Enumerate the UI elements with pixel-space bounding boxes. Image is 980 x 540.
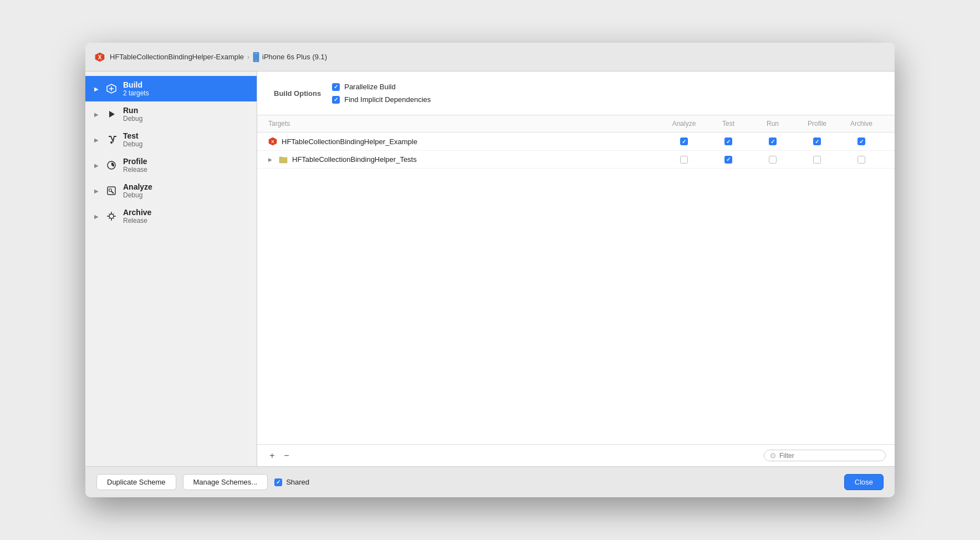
parallelize-label: Parallelize Build bbox=[344, 83, 396, 91]
shared-label: Shared bbox=[286, 478, 309, 486]
right-panel: Build Options Parallelize Build Find Imp… bbox=[257, 72, 895, 466]
profile-title: Profile bbox=[123, 157, 147, 166]
analyze-check-1[interactable] bbox=[662, 156, 706, 164]
manage-schemes-button[interactable]: Manage Schemes... bbox=[183, 474, 268, 490]
archive-arrow: ▶ bbox=[94, 213, 99, 220]
archive-subtitle: Release bbox=[123, 217, 151, 225]
table-header: Targets Analyze Test Run Profile Archive bbox=[257, 115, 895, 133]
analyze-arrow: ▶ bbox=[94, 188, 99, 194]
analyze-check-0[interactable] bbox=[662, 137, 706, 145]
table-row: X HFTableCollectionBindingHelper_Example bbox=[257, 133, 895, 151]
shared-checkbox[interactable] bbox=[274, 478, 282, 486]
filter-input-wrap: ⊙ bbox=[764, 450, 886, 461]
implicit-checkbox[interactable] bbox=[332, 96, 340, 104]
parallelize-row: Parallelize Build bbox=[332, 83, 431, 91]
svg-marker-8 bbox=[109, 111, 115, 118]
device-label: iPhone 6s Plus (9.1) bbox=[253, 52, 327, 62]
run-check-1[interactable] bbox=[751, 156, 795, 164]
test-check-1[interactable] bbox=[706, 156, 751, 164]
archive-check-0[interactable] bbox=[839, 137, 884, 145]
run-subtitle: Debug bbox=[123, 115, 142, 123]
target-name-label-1: HFTableCollectionBindingHelper_Tests bbox=[292, 155, 417, 164]
test-arrow: ▶ bbox=[94, 137, 99, 143]
build-text: Build 2 targets bbox=[123, 80, 149, 97]
implicit-row: Find Implicit Dependencies bbox=[332, 95, 431, 104]
run-text: Run Debug bbox=[123, 106, 142, 123]
archive-check-1[interactable] bbox=[839, 156, 884, 164]
sidebar-item-build[interactable]: ▶ Build 2 targets bbox=[85, 76, 257, 101]
sidebar-item-analyze[interactable]: ▶ Analyze Debug bbox=[85, 178, 257, 203]
col-test: Test bbox=[706, 120, 751, 128]
filter-input[interactable] bbox=[779, 452, 880, 460]
archive-text: Archive Release bbox=[123, 208, 151, 225]
build-options-section: Build Options Parallelize Build Find Imp… bbox=[257, 72, 895, 115]
duplicate-scheme-button[interactable]: Duplicate Scheme bbox=[96, 474, 176, 490]
svg-rect-4 bbox=[256, 60, 257, 62]
project-name: HFTableCollectionBindingHelper-Example bbox=[110, 53, 244, 61]
phone-icon bbox=[253, 52, 259, 62]
run-arrow: ▶ bbox=[94, 111, 99, 118]
folder-icon bbox=[279, 156, 288, 164]
profile-icon bbox=[105, 159, 118, 171]
run-icon bbox=[105, 108, 118, 120]
target-name-0: X HFTableCollectionBindingHelper_Example bbox=[268, 137, 662, 146]
svg-text:X: X bbox=[271, 139, 274, 144]
run-title: Run bbox=[123, 106, 142, 115]
analyze-icon bbox=[105, 185, 118, 197]
targets-table: Targets Analyze Test Run Profile Archive… bbox=[257, 115, 895, 444]
sidebar-item-profile[interactable]: ▶ Profile Release bbox=[85, 152, 257, 178]
parallelize-checkbox[interactable] bbox=[332, 83, 340, 91]
profile-text: Profile Release bbox=[123, 157, 147, 174]
sidebar-item-test[interactable]: ▶ Test Debug bbox=[85, 127, 257, 152]
xcode-icon: X bbox=[94, 52, 105, 63]
svg-point-12 bbox=[109, 189, 112, 192]
profile-arrow: ▶ bbox=[94, 162, 99, 169]
analyze-subtitle: Debug bbox=[123, 191, 152, 199]
test-icon bbox=[105, 134, 118, 146]
col-run: Run bbox=[751, 120, 795, 128]
build-title: Build bbox=[123, 80, 149, 89]
sidebar-item-archive[interactable]: ▶ Archive Release bbox=[85, 203, 257, 229]
app-icon: X bbox=[268, 137, 277, 146]
main-window: X HFTableCollectionBindingHelper-Example… bbox=[85, 43, 895, 497]
main-content: ▶ Build 2 targets ▶ bbox=[85, 72, 895, 466]
add-target-button[interactable]: + bbox=[266, 450, 278, 462]
col-targets: Targets bbox=[268, 120, 662, 128]
target-name-1: ▶ HFTableCollectionBindingHelper_Tests bbox=[268, 155, 662, 164]
title-bar: X HFTableCollectionBindingHelper-Example… bbox=[85, 43, 895, 72]
test-title: Test bbox=[123, 131, 142, 140]
bottom-bar: Duplicate Scheme Manage Schemes... Share… bbox=[85, 466, 895, 497]
profile-check-1[interactable] bbox=[795, 156, 839, 164]
remove-target-button[interactable]: − bbox=[280, 450, 293, 462]
row-expand-arrow[interactable]: ▶ bbox=[268, 157, 272, 162]
col-profile: Profile bbox=[795, 120, 839, 128]
build-options-label: Build Options bbox=[274, 89, 321, 98]
build-icon bbox=[105, 83, 118, 95]
run-check-0[interactable] bbox=[751, 137, 795, 145]
test-check-0[interactable] bbox=[706, 137, 751, 145]
test-text: Test Debug bbox=[123, 131, 142, 148]
profile-subtitle: Release bbox=[123, 166, 147, 174]
analyze-title: Analyze bbox=[123, 182, 152, 191]
profile-check-0[interactable] bbox=[795, 137, 839, 145]
test-subtitle: Debug bbox=[123, 140, 142, 148]
close-button[interactable]: Close bbox=[844, 474, 884, 490]
sidebar-item-run[interactable]: ▶ Run Debug bbox=[85, 101, 257, 127]
svg-point-9 bbox=[110, 141, 113, 144]
archive-title: Archive bbox=[123, 208, 151, 217]
device-name: iPhone 6s Plus (9.1) bbox=[262, 53, 327, 61]
svg-line-13 bbox=[111, 191, 114, 193]
build-arrow: ▶ bbox=[94, 86, 99, 92]
archive-icon bbox=[105, 210, 118, 222]
table-row: ▶ HFTableCollectionBindingHelper_Tests bbox=[257, 151, 895, 169]
table-toolbar: + − ⊙ bbox=[257, 444, 895, 466]
implicit-label: Find Implicit Dependencies bbox=[344, 95, 431, 104]
svg-text:X: X bbox=[98, 54, 102, 60]
filter-icon: ⊙ bbox=[770, 451, 776, 460]
sidebar: ▶ Build 2 targets ▶ bbox=[85, 72, 257, 466]
analyze-text: Analyze Debug bbox=[123, 182, 152, 199]
col-archive: Archive bbox=[839, 120, 884, 128]
breadcrumb-chevron: › bbox=[247, 53, 249, 61]
build-subtitle: 2 targets bbox=[123, 89, 149, 97]
target-name-label-0: HFTableCollectionBindingHelper_Example bbox=[282, 137, 417, 146]
